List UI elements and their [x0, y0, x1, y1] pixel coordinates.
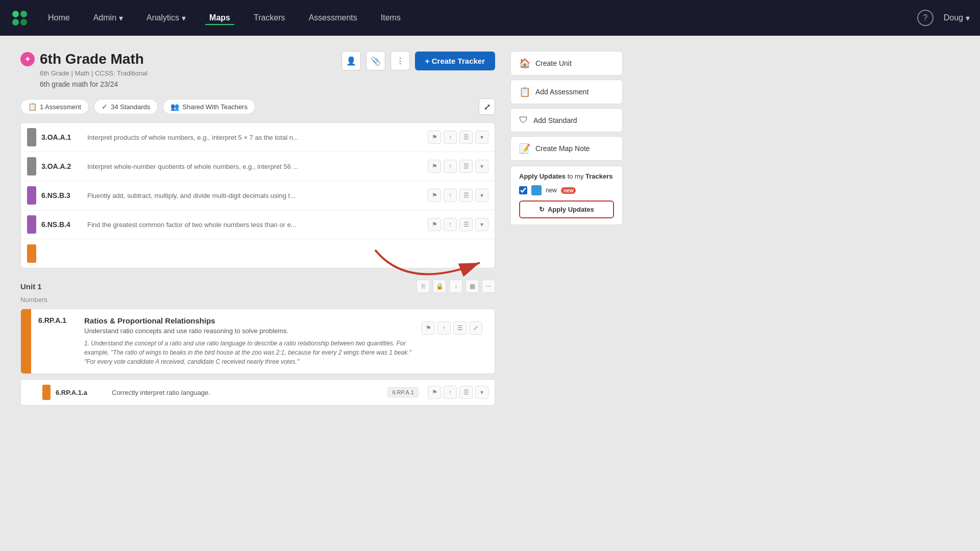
up-button[interactable]: ↑ — [444, 386, 457, 399]
standard-color-bar — [27, 244, 36, 263]
flag-button[interactable]: ⚑ — [428, 189, 441, 202]
list-button[interactable]: ☰ — [459, 189, 473, 202]
page-subtitle: 6th Grade | Math | CCSS: Traditional — [40, 69, 148, 77]
nav-analytics[interactable]: Analytics ▾ — [142, 11, 190, 26]
flag-button[interactable]: ⚑ — [428, 160, 441, 173]
tracker-checkbox[interactable] — [519, 186, 527, 194]
create-unit-icon: 🏠 — [519, 58, 530, 69]
standard-actions: ⚑ ↑ ☰ ▾ — [428, 160, 488, 173]
card-header: 6.RP.A.1 Ratios & Proportional Relations… — [21, 309, 495, 373]
nav-assessments[interactable]: Assessments — [305, 11, 361, 25]
download-button[interactable]: ↓ — [449, 280, 462, 293]
card-content: Ratios & Proportional Relationships Unde… — [84, 316, 411, 366]
up-button[interactable]: ↑ — [444, 131, 457, 144]
create-map-note-action[interactable]: 📝 Create Map Note — [510, 136, 623, 161]
shared-icon: 👥 — [170, 103, 179, 111]
list-button[interactable]: ☰ — [459, 386, 473, 399]
apply-updates-section: Apply Updates to my Trackers new new ↻ A… — [510, 166, 623, 225]
nav-items[interactable]: Items — [377, 11, 405, 25]
standard-color-bar — [27, 128, 36, 146]
table-row: 3.OA.A.2 Interpret whole-number quotient… — [21, 152, 495, 181]
table-row — [21, 239, 495, 268]
standard-actions: ⚑ ↑ ☰ ▾ — [428, 189, 488, 202]
expand-card-button[interactable]: ⤢ — [469, 321, 482, 335]
flag-button[interactable]: ⚑ — [428, 131, 441, 144]
create-map-note-icon: 📝 — [519, 143, 530, 154]
chevron-button[interactable]: ▾ — [475, 218, 488, 231]
standards-filter[interactable]: ✓ 34 Standards — [94, 99, 158, 114]
main-content: ✦ 6th Grade Math 6th Grade | Math | CCSS… — [0, 36, 980, 423]
help-button[interactable]: ? — [917, 10, 934, 26]
list-button[interactable]: ☰ — [459, 131, 473, 144]
chevron-button[interactable]: ▾ — [475, 131, 488, 144]
expand-button[interactable]: ⤢ — [479, 98, 495, 115]
expanded-standard-card: 6.RP.A.1 Ratios & Proportional Relations… — [20, 309, 495, 374]
unit-actions: ⎘ 🔒 ↓ ▦ ⋯ — [416, 280, 495, 293]
shared-filter[interactable]: 👥 Shared With Teachers — [163, 99, 255, 114]
tracker-item: new new — [519, 185, 614, 195]
unit-header: Unit 1 ⎘ 🔒 ↓ ▦ ⋯ — [20, 273, 495, 296]
apply-updates-button[interactable]: ↻ Apply Updates — [519, 201, 614, 218]
standard-tag: 6.RP.A.1 — [387, 387, 419, 397]
apply-updates-title: Apply Updates to my Trackers — [519, 172, 614, 180]
user-menu[interactable]: Doug ▾ — [944, 13, 970, 23]
nav-trackers[interactable]: Trackers — [250, 11, 289, 25]
flag-button[interactable]: ⚑ — [422, 321, 435, 335]
page-description: 6th grade math for 23/24 — [40, 80, 148, 88]
chevron-button[interactable]: ▾ — [475, 386, 488, 399]
chevron-button[interactable]: ▾ — [475, 160, 488, 173]
nav-right: ? Doug ▾ — [917, 10, 970, 26]
table-row: 6.NS.B.4 Find the greatest common factor… — [21, 210, 495, 239]
page-title-area: ✦ 6th Grade Math 6th Grade | Math | CCSS… — [20, 51, 148, 88]
list-button[interactable]: ☰ — [453, 321, 467, 335]
map-icon: ✦ — [20, 52, 35, 66]
link-button[interactable]: 📎 — [366, 51, 385, 70]
copy-button[interactable]: ⎘ — [416, 280, 430, 293]
nav-admin[interactable]: Admin ▾ — [89, 11, 127, 26]
chevron-button[interactable]: ▾ — [475, 189, 488, 202]
nav-maps[interactable]: Maps — [205, 11, 234, 25]
list-button[interactable]: ☰ — [459, 218, 473, 231]
view-button[interactable]: ▦ — [465, 280, 479, 293]
standards-list: 3.OA.A.1 Interpret products of whole num… — [20, 122, 495, 268]
add-assessment-action[interactable]: 📋 Add Assessment — [510, 80, 623, 104]
page-header: ✦ 6th Grade Math 6th Grade | Math | CCSS… — [20, 51, 495, 88]
assessment-icon: 📋 — [28, 103, 37, 111]
lock-button[interactable]: 🔒 — [433, 280, 446, 293]
up-button[interactable]: ↑ — [444, 160, 457, 173]
standard-actions: ⚑ ↑ ☰ ▾ — [428, 218, 488, 231]
card-code: 6.RP.A.1 — [38, 316, 79, 324]
assessment-filter[interactable]: 📋 1 Assessment — [20, 99, 89, 114]
page-title: ✦ 6th Grade Math — [20, 51, 148, 67]
card-actions: ⚑ ↑ ☰ ⤢ — [416, 316, 487, 340]
up-button[interactable]: ↑ — [444, 218, 457, 231]
flag-button[interactable]: ⚑ — [428, 386, 441, 399]
left-panel: ✦ 6th Grade Math 6th Grade | Math | CCSS… — [20, 51, 495, 408]
standard-color-bar — [27, 215, 36, 234]
header-actions: 👤 📎 ⋮ + Create Tracker — [341, 51, 495, 70]
more-button[interactable]: ⋯ — [482, 280, 495, 293]
tracker-new-badge: new — [561, 187, 576, 194]
create-tracker-button[interactable]: + Create Tracker — [415, 52, 495, 70]
filter-bar: 📋 1 Assessment ✓ 34 Standards 👥 Shared W… — [20, 98, 495, 115]
sub-standard-actions: ⚑ ↑ ☰ ▾ — [428, 386, 488, 399]
refresh-icon: ↻ — [539, 206, 545, 213]
add-standard-icon: 🛡 — [519, 115, 528, 126]
tracker-color-icon — [531, 185, 542, 195]
up-button[interactable]: ↑ — [444, 189, 457, 202]
up-button[interactable]: ↑ — [437, 321, 451, 335]
right-sidebar: 🏠 Create Unit 📋 Add Assessment 🛡 Add Sta… — [510, 51, 623, 408]
standard-color-bar — [27, 186, 36, 205]
flag-button[interactable]: ⚑ — [428, 218, 441, 231]
standard-color-bar — [27, 157, 36, 176]
more-options-button[interactable]: ⋮ — [390, 51, 410, 70]
nav-home[interactable]: Home — [44, 11, 74, 25]
create-unit-action[interactable]: 🏠 Create Unit — [510, 51, 623, 76]
share-button[interactable]: 👤 — [341, 51, 361, 70]
table-row: 3.OA.A.1 Interpret products of whole num… — [21, 123, 495, 152]
sub-standard-row: 6.RP.A.1.a Correctly interpret ratio lan… — [20, 379, 495, 406]
list-button[interactable]: ☰ — [459, 160, 473, 173]
standards-icon: ✓ — [102, 103, 108, 111]
app-logo — [10, 9, 29, 27]
add-standard-action[interactable]: 🛡 Add Standard — [510, 108, 623, 132]
